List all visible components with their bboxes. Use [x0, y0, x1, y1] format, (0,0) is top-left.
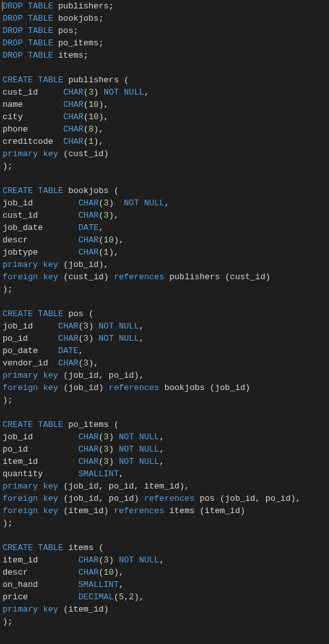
- code-line[interactable]: price DECIMAL(5,2),: [3, 591, 326, 603]
- code-line[interactable]: on_hand SMALLINT,: [3, 579, 326, 591]
- code-line[interactable]: item_id CHAR(3) NOT NULL,: [3, 554, 326, 566]
- code-line[interactable]: job_id CHAR(3) NOT NULL,: [3, 431, 326, 443]
- code-token: job_id: [3, 321, 58, 331]
- code-line[interactable]: cust_id CHAR(3),: [3, 209, 326, 222]
- code-line[interactable]: city CHAR(10),: [3, 111, 326, 123]
- code-line[interactable]: primary key (job_id, po_id),: [3, 369, 326, 382]
- code-token: publishers (cust_id): [164, 272, 271, 282]
- code-line[interactable]: primary key (job_id, po_id, item_id),: [3, 480, 326, 492]
- code-token: NOT NULL: [119, 555, 159, 565]
- code-token: (: [84, 137, 89, 146]
- code-line[interactable]: name CHAR(10),: [3, 98, 326, 111]
- code-token: (: [98, 211, 104, 220]
- code-line[interactable]: descr CHAR(10),: [3, 566, 326, 579]
- code-line[interactable]: foreign key (cust_id) references publish…: [3, 271, 326, 283]
- code-token: on_hand: [3, 580, 78, 590]
- code-line[interactable]: job_date DATE,: [3, 222, 326, 234]
- code-line[interactable]: DROP TABLE publishers;: [3, 0, 326, 12]
- code-line[interactable]: po_id CHAR(3) NOT NULL,: [3, 443, 326, 455]
- code-token: (: [98, 457, 104, 466]
- code-token: CHAR: [63, 137, 84, 146]
- code-token: primary key: [3, 149, 58, 159]
- code-line[interactable]: [3, 406, 326, 419]
- code-token: (: [84, 100, 89, 109]
- code-token: foreign key: [3, 383, 58, 393]
- code-line[interactable]: );: [3, 160, 326, 172]
- code-token: SMALLINT: [78, 580, 119, 590]
- code-token: DATE: [58, 346, 78, 356]
- code-line[interactable]: );: [3, 394, 326, 406]
- code-line[interactable]: vendor_id CHAR(3),: [3, 357, 326, 369]
- code-token: (: [98, 432, 104, 442]
- code-token: (job_id, po_id): [58, 494, 144, 503]
- code-line[interactable]: cust_id CHAR(3) NOT NULL,: [3, 86, 326, 98]
- code-token: (: [84, 112, 89, 122]
- code-token: primary key: [3, 371, 58, 380]
- code-line[interactable]: CREATE TABLE bookjobs (: [3, 185, 326, 197]
- code-token: job_date: [3, 223, 78, 233]
- code-line[interactable]: descr CHAR(10),: [3, 234, 326, 246]
- code-token: publishers (: [63, 75, 129, 85]
- code-line[interactable]: DROP TABLE pos;: [3, 25, 326, 37]
- code-token: CREATE TABLE: [3, 543, 63, 553]
- code-token: ): [89, 321, 99, 331]
- code-line[interactable]: );: [3, 283, 326, 295]
- code-token: bookjobs (: [63, 186, 119, 196]
- code-token: CHAR: [63, 87, 84, 97]
- code-line[interactable]: po_date DATE,: [3, 345, 326, 357]
- code-token: DROP TABLE: [3, 51, 53, 60]
- code-editor[interactable]: DROP TABLE publishers;DROP TABLE bookjob…: [0, 0, 329, 628]
- code-token: references: [114, 506, 164, 516]
- code-line[interactable]: foreign key (job_id, po_id) references p…: [3, 492, 326, 505]
- code-line[interactable]: CREATE TABLE items (: [3, 542, 326, 554]
- code-line[interactable]: foreign key (job_id) references bookjobs…: [3, 382, 326, 394]
- code-line[interactable]: [3, 172, 326, 185]
- code-token: ,: [119, 580, 124, 590]
- code-token: (job_id),: [58, 260, 109, 270]
- code-token: (item_id): [58, 604, 109, 614]
- code-token: items (item_id): [164, 506, 245, 516]
- code-token: NOT NULL: [98, 321, 139, 331]
- code-line[interactable]: DROP TABLE bookjobs;: [3, 12, 326, 25]
- code-line[interactable]: );: [3, 517, 326, 529]
- code-line[interactable]: jobtype CHAR(1),: [3, 246, 326, 259]
- code-token: ,: [159, 444, 164, 454]
- code-line[interactable]: primary key (job_id),: [3, 259, 326, 271]
- code-line[interactable]: CREATE TABLE publishers (: [3, 74, 326, 86]
- code-line[interactable]: quantity SMALLINT,: [3, 468, 326, 480]
- code-line[interactable]: DROP TABLE items;: [3, 49, 326, 62]
- code-token: pos;: [53, 26, 78, 36]
- code-line[interactable]: primary key (cust_id): [3, 148, 326, 160]
- code-line[interactable]: );: [3, 615, 326, 628]
- code-line[interactable]: foreign key (item_id) references items (…: [3, 505, 326, 517]
- code-token: ),: [98, 100, 109, 109]
- code-line[interactable]: primary key (item_id): [3, 603, 326, 615]
- code-line[interactable]: creditcode CHAR(1),: [3, 135, 326, 148]
- code-token: 3: [84, 334, 89, 343]
- code-line[interactable]: DROP TABLE po_items;: [3, 37, 326, 49]
- code-token: foreign key: [3, 506, 58, 516]
- code-token: job_id: [3, 198, 78, 208]
- code-line[interactable]: [3, 295, 326, 308]
- code-token: 3: [104, 211, 109, 220]
- code-token: items (: [63, 543, 104, 553]
- code-line[interactable]: [3, 62, 326, 74]
- code-token: primary key: [3, 604, 58, 614]
- code-token: (: [78, 334, 84, 343]
- code-token: descr: [3, 568, 78, 577]
- code-line[interactable]: job_id CHAR(3) NOT NULL,: [3, 320, 326, 332]
- code-line[interactable]: CREATE TABLE pos (: [3, 308, 326, 320]
- code-line[interactable]: phone CHAR(8),: [3, 123, 326, 135]
- code-token: CHAR: [78, 555, 98, 565]
- code-token: SMALLINT: [78, 469, 119, 479]
- code-token: );: [3, 284, 13, 294]
- code-token: CHAR: [63, 112, 84, 122]
- code-line[interactable]: item_id CHAR(3) NOT NULL,: [3, 455, 326, 468]
- code-token: ): [89, 334, 99, 343]
- code-line[interactable]: [3, 529, 326, 542]
- code-line[interactable]: job_id CHAR(3) NOT NULL,: [3, 197, 326, 209]
- code-line[interactable]: CREATE TABLE po_items (: [3, 419, 326, 431]
- code-line[interactable]: po_id CHAR(3) NOT NULL,: [3, 332, 326, 345]
- code-token: (: [98, 555, 104, 565]
- code-token: CHAR: [78, 457, 98, 466]
